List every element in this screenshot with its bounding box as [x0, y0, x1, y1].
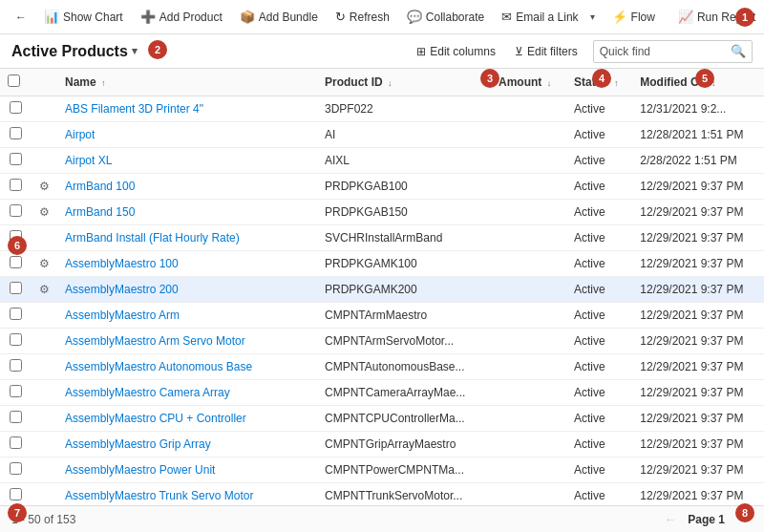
name-column-header[interactable]: Name ↑ — [57, 69, 317, 96]
refresh-button[interactable]: ↻ Refresh — [328, 6, 397, 28]
row-checkbox[interactable] — [10, 359, 22, 372]
edit-filters-button[interactable]: ⊻ Edit filters — [511, 43, 582, 60]
row-checkbox[interactable] — [10, 462, 22, 475]
row-checkbox[interactable] — [10, 282, 22, 294]
view-title-chevron[interactable]: ▾ — [132, 45, 138, 57]
product-name-link[interactable]: ArmBand 150 — [65, 205, 135, 219]
row-checkbox-cell[interactable] — [0, 432, 31, 458]
row-name-cell[interactable]: AssemblyMaestro Camera Array — [57, 380, 317, 406]
select-all-checkbox[interactable] — [8, 74, 20, 87]
row-name-cell[interactable]: AssemblyMaestro Arm Servo Motor — [57, 329, 317, 354]
table-row: ArmBand Install (Flat Hourly Rate) SVCHR… — [0, 225, 764, 251]
product-name-link[interactable]: Airpot — [65, 128, 95, 141]
row-checkbox[interactable] — [10, 411, 22, 423]
status-column-header[interactable]: Status ↑ — [566, 69, 632, 96]
product-name-link[interactable]: ABS Filament 3D Printer 4" — [65, 102, 203, 116]
prev-page-button[interactable]: ← — [660, 512, 680, 526]
table-row: AssemblyMaestro CPU + Controller CMPNTCP… — [0, 406, 764, 432]
row-name-cell[interactable]: AssemblyMaestro 100 — [57, 251, 317, 277]
row-name-cell[interactable]: ArmBand Install (Flat Hourly Rate) — [57, 225, 317, 251]
search-icon[interactable]: 🔍 — [731, 44, 746, 58]
row-checkbox-cell[interactable] — [0, 148, 31, 174]
run-report-button[interactable]: 📈 Run Report — [670, 6, 763, 28]
row-checkbox[interactable] — [10, 385, 22, 397]
row-name-cell[interactable]: AssemblyMaestro Grip Array — [57, 432, 317, 458]
product-name-link[interactable]: AssemblyMaestro Autonomous Base — [65, 360, 252, 373]
row-checkbox[interactable] — [10, 256, 22, 268]
row-name-cell[interactable]: AssemblyMaestro Autonomous Base — [57, 354, 317, 380]
select-all-header[interactable] — [0, 69, 31, 96]
row-checkbox-cell[interactable] — [0, 277, 31, 303]
row-name-cell[interactable]: ArmBand 100 — [57, 174, 317, 200]
row-checkbox-cell[interactable] — [0, 225, 31, 251]
row-checkbox-cell[interactable] — [0, 406, 31, 432]
product-name-link[interactable]: ArmBand 100 — [65, 180, 135, 193]
edit-columns-icon: ⊞ — [416, 45, 426, 58]
email-link-button[interactable]: ✉ Email a Link — [494, 6, 585, 28]
row-checkbox[interactable] — [10, 230, 22, 243]
quick-find-input[interactable] — [654, 45, 731, 58]
add-product-button[interactable]: ➕ Add Product — [133, 6, 230, 28]
toolbar-more-chevron[interactable]: ▾ — [588, 8, 597, 26]
row-product-id-cell: PRDPKGAB100 — [317, 174, 491, 200]
row-checkbox-cell[interactable] — [0, 200, 31, 225]
product-name-link[interactable]: AssemblyMaestro 100 — [65, 257, 179, 270]
row-modified-cell: 12/29/2021 9:37 PM — [632, 303, 764, 329]
row-name-cell[interactable]: ArmBand 150 — [57, 200, 317, 225]
row-name-cell[interactable]: Airpot — [57, 122, 317, 148]
row-checkbox-cell[interactable] — [0, 251, 31, 277]
row-checkbox-cell[interactable] — [0, 380, 31, 406]
table-row: Airpot AI Active 12/28/2021 1:51 PM — [0, 122, 764, 148]
next-page-button[interactable]: → — [732, 512, 753, 526]
row-checkbox[interactable] — [10, 308, 22, 320]
collaborate-button[interactable]: 💬 Collaborate — [399, 6, 492, 28]
product-name-link[interactable]: AssemblyMaestro Arm Servo Motor — [65, 334, 245, 348]
row-modified-cell: 2/28/2022 1:51 PM — [632, 148, 764, 174]
row-checkbox[interactable] — [10, 179, 22, 191]
row-checkbox-cell[interactable] — [0, 96, 31, 122]
row-checkbox-cell[interactable] — [0, 122, 31, 148]
row-amount-cell — [491, 458, 566, 483]
row-name-cell[interactable]: ABS Filament 3D Printer 4" — [57, 96, 317, 122]
row-checkbox[interactable] — [10, 127, 22, 139]
row-checkbox-cell[interactable] — [0, 174, 31, 200]
product-name-link[interactable]: AssemblyMaestro Trunk Servo Motor — [65, 489, 253, 502]
row-name-cell[interactable]: AssemblyMaestro CPU + Controller — [57, 406, 317, 432]
product-name-link[interactable]: Airpot XL — [65, 154, 112, 167]
row-name-cell[interactable]: AssemblyMaestro 200 — [57, 277, 317, 303]
modified-on-column-header[interactable]: Modified On ↓ — [632, 69, 764, 96]
edit-columns-button[interactable]: ⊞ Edit columns — [413, 43, 499, 60]
back-button[interactable]: ← — [8, 7, 34, 28]
row-checkbox[interactable] — [10, 488, 22, 500]
row-name-cell[interactable]: AssemblyMaestro Power Unit — [57, 458, 317, 483]
table-body: ABS Filament 3D Printer 4" 3DPF022 Activ… — [0, 96, 764, 506]
amount-column-header[interactable]: Amount ↓ — [491, 69, 566, 96]
row-checkbox-cell[interactable] — [0, 303, 31, 329]
product-name-link[interactable]: ArmBand Install (Flat Hourly Rate) — [65, 231, 240, 245]
row-checkbox-cell[interactable] — [0, 329, 31, 354]
product-name-link[interactable]: AssemblyMaestro Arm — [65, 309, 180, 322]
row-amount-cell — [491, 483, 566, 506]
row-status-cell: Active — [566, 200, 632, 225]
product-name-link[interactable]: AssemblyMaestro Grip Array — [65, 437, 211, 451]
row-checkbox[interactable] — [10, 153, 22, 165]
row-name-cell[interactable]: AssemblyMaestro Trunk Servo Motor — [57, 483, 317, 506]
product-id-column-header[interactable]: Product ID ↓ — [317, 69, 491, 96]
row-name-cell[interactable]: AssemblyMaestro Arm — [57, 303, 317, 329]
row-name-cell[interactable]: Airpot XL — [57, 148, 317, 174]
row-checkbox-cell[interactable] — [0, 354, 31, 380]
add-bundle-button[interactable]: 📦 Add Bundle — [232, 6, 326, 28]
flow-button[interactable]: ⚡ Flow — [605, 6, 663, 28]
row-checkbox[interactable] — [10, 204, 22, 217]
subheader-actions: ⊞ Edit columns ⊻ Edit filters Quick find… — [413, 40, 753, 63]
product-name-link[interactable]: AssemblyMaestro Power Unit — [65, 463, 215, 477]
product-name-link[interactable]: AssemblyMaestro 200 — [65, 283, 179, 296]
product-name-link[interactable]: AssemblyMaestro CPU + Controller — [65, 412, 246, 425]
product-name-link[interactable]: AssemblyMaestro Camera Array — [65, 386, 230, 399]
row-checkbox-cell[interactable] — [0, 458, 31, 483]
row-checkbox-cell[interactable] — [0, 483, 31, 506]
row-checkbox[interactable] — [10, 101, 22, 114]
row-checkbox[interactable] — [10, 436, 22, 449]
row-checkbox[interactable] — [10, 333, 22, 346]
show-chart-button[interactable]: 📊 Show Chart — [36, 6, 131, 28]
